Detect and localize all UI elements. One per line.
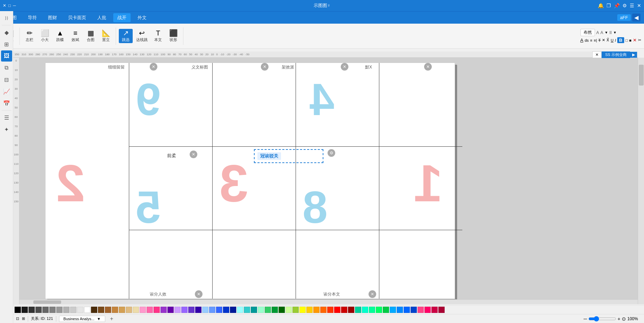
color-brown2[interactable] xyxy=(98,307,104,313)
underline-color-btn[interactable]: A xyxy=(580,38,584,43)
list-btn[interactable]: ≡ xyxy=(590,38,592,42)
menu-item-page[interactable]: 贝卡面页 xyxy=(64,13,90,22)
connect-btn[interactable]: ✦ xyxy=(1,124,12,135)
color-dark-red[interactable] xyxy=(341,307,347,313)
color-lavender[interactable] xyxy=(174,307,181,313)
page-tab-1[interactable]: Business Analys... ▼ xyxy=(59,316,105,322)
zoom-in-icon[interactable]: + xyxy=(618,316,620,322)
color-orange2[interactable] xyxy=(320,307,327,313)
color-teal[interactable] xyxy=(244,307,250,313)
menu-item-open[interactable]: 战开 xyxy=(113,13,131,22)
color-dark-teal[interactable] xyxy=(251,307,257,313)
image-btn[interactable]: 🖼 xyxy=(1,50,12,62)
col4-close-btn[interactable]: ✕ xyxy=(424,63,432,71)
toolbar-position[interactable]: 📐 置立 xyxy=(99,29,113,43)
color-blue2[interactable] xyxy=(223,307,229,313)
canvas-area[interactable]: 细细留留 义文标图 架效派 默X ✕ ✕ ✕ ✕ 9 4 2 3 1 5 8 xyxy=(19,58,638,304)
col3-close-btn[interactable]: ✕ xyxy=(341,63,348,71)
fit-screen-btn[interactable]: ⊡ xyxy=(16,316,19,321)
superscript-btn[interactable]: X̄ xyxy=(606,38,609,42)
col1-close-btn[interactable]: ✕ xyxy=(150,63,157,71)
color-pink3[interactable] xyxy=(154,307,160,313)
components-btn[interactable]: ⊞ xyxy=(1,39,12,50)
menu-item-guide[interactable]: 导符 xyxy=(24,13,41,22)
italic-btn[interactable]: I xyxy=(615,38,616,42)
color-white[interactable] xyxy=(84,307,90,313)
color-light-blue[interactable] xyxy=(202,307,208,313)
tab-arrow-icon[interactable]: ▶ xyxy=(630,52,637,58)
scroll-thumb-right[interactable] xyxy=(639,65,644,86)
color-sky[interactable] xyxy=(390,307,396,313)
color-tan2[interactable] xyxy=(119,307,125,313)
color-indigo[interactable] xyxy=(188,307,195,313)
toolbar-combine[interactable]: ▦ 合图 xyxy=(84,29,98,43)
expand-btn[interactable]: ⟩⟩ xyxy=(1,13,12,24)
toolbar-shape[interactable]: ⬛ 状形 xyxy=(166,29,180,43)
maximize-icon[interactable]: □ xyxy=(8,3,11,8)
x-btn[interactable]: ✕ xyxy=(602,38,605,42)
strikethrough-btn[interactable]: ds xyxy=(585,38,589,42)
settings-icon[interactable]: ⚙ xyxy=(622,3,627,8)
minimize-icon[interactable]: ─ xyxy=(13,3,16,8)
color-dark-green[interactable] xyxy=(279,307,285,313)
win-close-icon[interactable]: ✕ xyxy=(637,3,641,8)
bottom-label-1-icon[interactable]: ✕ xyxy=(195,290,203,298)
restore-icon[interactable]: ❐ xyxy=(606,3,611,8)
fullscreen-btn[interactable]: ⊞ xyxy=(22,316,25,321)
color-pink1[interactable] xyxy=(140,307,146,313)
color-purple2[interactable] xyxy=(167,307,174,313)
canvas-document[interactable]: 细细留留 义文标图 架效派 默X ✕ ✕ ✕ ✕ 9 4 2 3 1 5 8 xyxy=(45,63,455,299)
color-light3[interactable] xyxy=(77,307,83,313)
toolbar-rotate[interactable]: ▲ 跌蝶 xyxy=(53,29,67,43)
toolbar-effect[interactable]: ≡ 效斌 xyxy=(68,29,82,43)
exit-btn[interactable]: ✕ xyxy=(633,38,637,43)
color-maroon[interactable] xyxy=(348,307,354,313)
toolbar-select[interactable]: ✏ 左栏 xyxy=(23,29,36,43)
color-wine[interactable] xyxy=(438,307,445,313)
color-green2[interactable] xyxy=(272,307,278,313)
pin-icon[interactable]: 📌 xyxy=(614,3,620,8)
color-hot-pink[interactable] xyxy=(418,307,424,313)
color-tan1[interactable] xyxy=(112,307,118,313)
color-brown3[interactable] xyxy=(105,307,111,313)
menu-item-chart[interactable]: 图财 xyxy=(44,13,61,22)
color-lime[interactable] xyxy=(286,307,292,313)
zoom-slider[interactable] xyxy=(588,316,616,322)
close-icon[interactable]: ✕ xyxy=(3,3,6,8)
color-light2[interactable] xyxy=(70,307,76,313)
color-gold[interactable] xyxy=(306,307,313,313)
fill-btn[interactable]: ◆ xyxy=(1,27,12,38)
color-dark2[interactable] xyxy=(28,307,35,313)
toolbar-text[interactable]: T 本文 xyxy=(151,29,165,43)
indent-btn[interactable]: ≡| xyxy=(594,38,597,42)
color-dark-blue[interactable] xyxy=(230,307,236,313)
bold-btn[interactable]: B xyxy=(617,37,624,43)
color-light-cyan[interactable] xyxy=(237,307,243,313)
color-dark3[interactable] xyxy=(35,307,42,313)
zoom-out-icon[interactable]: ─ xyxy=(584,316,587,322)
menu-item-foreign[interactable]: 外文 xyxy=(133,13,151,22)
table-btn[interactable]: ⊟ xyxy=(1,74,12,85)
color-seafoam[interactable] xyxy=(355,307,361,313)
color-pink2[interactable] xyxy=(147,307,153,313)
border-box-btn[interactable]: □ xyxy=(626,38,628,42)
color-cornflower[interactable] xyxy=(209,307,215,313)
color-dark1[interactable] xyxy=(22,307,28,313)
selected-cell[interactable]: 冠诶驳关 xyxy=(254,149,323,163)
color-cobalt[interactable] xyxy=(411,307,417,313)
tab-ss-label[interactable]: SS 示例业商 xyxy=(602,51,630,58)
color-yellow-green[interactable] xyxy=(292,307,299,313)
color-gray3[interactable] xyxy=(56,307,63,313)
color-blue1[interactable] xyxy=(216,307,222,313)
tab-close-btn[interactable]: ✕ xyxy=(592,51,602,58)
color-grass[interactable] xyxy=(383,307,389,313)
color-red[interactable] xyxy=(334,307,340,313)
toolbar-line-jump[interactable]: ↩ 达线跳 xyxy=(134,29,150,43)
menu-icon[interactable]: ☰ xyxy=(630,3,634,8)
scroll-thumb-bottom[interactable] xyxy=(33,300,61,304)
font-dropdown-icon[interactable]: ▼ xyxy=(605,31,608,34)
col2-close-btn[interactable]: ✕ xyxy=(261,63,269,71)
color-violet[interactable] xyxy=(181,307,188,313)
bottom-label-2-icon[interactable]: ✕ xyxy=(369,290,376,298)
color-tan4[interactable] xyxy=(133,307,139,313)
